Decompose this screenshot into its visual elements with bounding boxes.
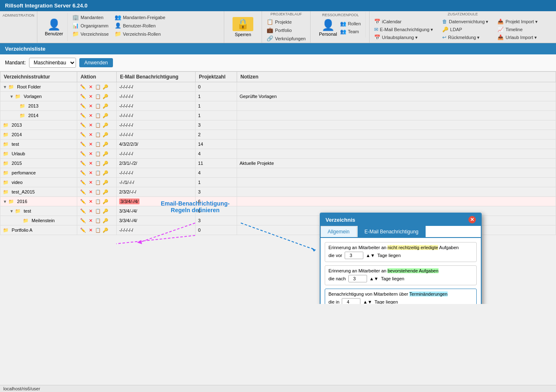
key-icon[interactable]: 🔑 xyxy=(102,189,109,195)
edit-icon[interactable]: ✏️ xyxy=(80,93,86,100)
verzeichnisse-item[interactable]: 📁 Verzeichnisse xyxy=(71,30,110,37)
delete-icon[interactable]: ✕ xyxy=(87,169,94,176)
personal-button[interactable]: 👤 Personal xyxy=(319,19,337,37)
copy-icon[interactable]: 📋 xyxy=(95,169,101,176)
edit-icon[interactable]: ✏️ xyxy=(80,131,86,138)
key-icon[interactable]: 🔑 xyxy=(102,169,109,176)
copy-icon[interactable]: 📋 xyxy=(95,93,101,100)
edit-icon[interactable]: ✏️ xyxy=(80,83,86,90)
mandant-select[interactable]: Maschinenbau xyxy=(29,58,76,68)
mandanten-item[interactable]: 🏢 Mandanten xyxy=(71,14,110,21)
key-icon[interactable]: 🔑 xyxy=(102,227,109,233)
copy-icon[interactable]: 📋 xyxy=(95,227,101,233)
edit-icon[interactable]: ✏️ xyxy=(80,198,86,205)
copy-icon[interactable]: 📋 xyxy=(95,198,101,205)
group1-days-input[interactable] xyxy=(345,252,363,259)
key-icon[interactable]: 🔑 xyxy=(102,103,109,109)
delete-icon[interactable]: ✕ xyxy=(87,160,94,167)
delete-icon[interactable]: ✕ xyxy=(87,227,94,233)
edit-icon[interactable]: ✏️ xyxy=(80,217,86,224)
delete-icon[interactable]: ✕ xyxy=(87,198,94,205)
key-icon[interactable]: 🔑 xyxy=(102,208,109,214)
apply-button[interactable]: Anwenden xyxy=(79,58,113,67)
mandanten-freigabe-item[interactable]: 👥 Mandanten-Freigabe xyxy=(113,14,167,21)
edit-icon[interactable]: ✏️ xyxy=(80,179,86,186)
delete-icon[interactable]: ✕ xyxy=(87,150,94,157)
benutzer-button[interactable]: 👤 Benutzer xyxy=(41,13,68,41)
key-icon[interactable]: 🔑 xyxy=(102,83,109,90)
projekt-import-item[interactable]: 📥 Projekt Import ▾ xyxy=(496,18,539,25)
copy-icon[interactable]: 📋 xyxy=(95,179,101,186)
copy-icon[interactable]: 📋 xyxy=(95,83,101,90)
dialog-close-button[interactable]: ✕ xyxy=(468,216,476,223)
group3-days-input[interactable] xyxy=(342,298,360,304)
ldap-item[interactable]: 🔑 LDAP xyxy=(441,26,490,33)
copy-icon[interactable]: 📋 xyxy=(95,112,101,119)
delete-icon[interactable]: ✕ xyxy=(87,141,94,147)
edit-icon[interactable]: ✏️ xyxy=(80,112,86,119)
urlaubsplanung-item[interactable]: 📅 Urlaubsplanung ▾ xyxy=(373,34,434,41)
delete-icon[interactable]: ✕ xyxy=(87,189,94,195)
projekte-item[interactable]: 📋 Projekte xyxy=(265,18,307,25)
edit-icon[interactable]: ✏️ xyxy=(80,189,86,195)
copy-icon[interactable]: 📋 xyxy=(95,131,101,138)
key-icon[interactable]: 🔑 xyxy=(102,122,109,128)
verknupfungen-item[interactable]: 🔗 Verknüpfungen xyxy=(265,35,307,42)
key-icon[interactable]: 🔑 xyxy=(102,112,109,119)
edit-icon[interactable]: ✏️ xyxy=(80,122,86,128)
team-item[interactable]: 👥 Team xyxy=(339,28,362,35)
copy-icon[interactable]: 📋 xyxy=(95,189,101,195)
email-benachrichtigung-item[interactable]: ✉ E-Mail Benachrichtigung ▾ xyxy=(373,26,434,33)
tab-allgemein[interactable]: Allgemein xyxy=(321,226,357,237)
copy-icon[interactable]: 📋 xyxy=(95,208,101,214)
copy-icon[interactable]: 📋 xyxy=(95,103,101,109)
delete-icon[interactable]: ✕ xyxy=(87,217,94,224)
delete-icon[interactable]: ✕ xyxy=(87,103,94,109)
delete-icon[interactable]: ✕ xyxy=(87,83,94,90)
benutzer-rollen-item[interactable]: 👤 Benutzer-Rollen xyxy=(113,22,167,29)
edit-icon[interactable]: ✏️ xyxy=(80,160,86,167)
page-title: Verzeichnisliste xyxy=(0,43,556,54)
delete-icon[interactable]: ✕ xyxy=(87,112,94,119)
key-icon[interactable]: 🔑 xyxy=(102,131,109,138)
delete-icon[interactable]: ✕ xyxy=(87,131,94,138)
copy-icon[interactable]: 📋 xyxy=(95,141,101,147)
delete-icon[interactable]: ✕ xyxy=(87,93,94,100)
icalendar-item[interactable]: 📅 iCalendar xyxy=(373,18,434,25)
key-icon[interactable]: 🔑 xyxy=(102,179,109,186)
urlaub-import-item[interactable]: 📥 Urlaub Import ▾ xyxy=(496,34,539,41)
table-row: 📁 Urlaub ✏️ ✕ 📋 🔑 -/-/-/-/-/ 4 xyxy=(0,149,556,159)
organigramm-item[interactable]: 📊 Organigramm xyxy=(71,22,110,29)
timeline-item[interactable]: 📈 Timeline xyxy=(496,26,539,33)
key-icon[interactable]: 🔑 xyxy=(102,93,109,100)
copy-icon[interactable]: 📋 xyxy=(95,217,101,224)
edit-icon[interactable]: ✏️ xyxy=(80,227,86,233)
edit-icon[interactable]: ✏️ xyxy=(80,103,86,109)
delete-icon[interactable]: ✕ xyxy=(87,122,94,128)
key-icon[interactable]: 🔑 xyxy=(102,150,109,157)
edit-icon[interactable]: ✏️ xyxy=(80,208,86,214)
sperren-button[interactable]: 🔒 Sperren xyxy=(224,11,262,43)
datenvernichtung-item[interactable]: 🗑 Datenvernichtung ▾ xyxy=(441,18,490,25)
col-header-aktion: Aktion xyxy=(77,72,117,82)
edit-icon[interactable]: ✏️ xyxy=(80,150,86,157)
delete-icon[interactable]: ✕ xyxy=(87,208,94,214)
delete-icon[interactable]: ✕ xyxy=(87,179,94,186)
edit-icon[interactable]: ✏️ xyxy=(80,141,86,147)
ruckmeldung-item[interactable]: ↩ Rückmeldung ▾ xyxy=(441,34,490,41)
tab-email-benachrichtigung[interactable]: E-Mail Benachrichtigung xyxy=(358,226,426,237)
key-icon[interactable]: 🔑 xyxy=(102,217,109,224)
copy-icon[interactable]: 📋 xyxy=(95,150,101,157)
verzeichnis-rollen-item[interactable]: 📁 Verzeichnis-Rollen xyxy=(113,30,167,37)
copy-icon[interactable]: 📋 xyxy=(95,160,101,167)
table-row: ▼ 📁 Vorlagen ✏️ ✕ 📋 🔑 -/-/-/-/-/ 1 Geprü… xyxy=(0,92,556,101)
rollen-item[interactable]: 👥 Rollen xyxy=(339,20,362,27)
key-icon[interactable]: 🔑 xyxy=(102,198,109,205)
edit-icon[interactable]: ✏️ xyxy=(80,169,86,176)
key-icon[interactable]: 🔑 xyxy=(102,141,109,147)
portfolio-item[interactable]: 💼 Portfolio xyxy=(265,27,307,34)
key-icon[interactable]: 🔑 xyxy=(102,160,109,167)
group2-days-input[interactable] xyxy=(348,275,367,282)
table-row: 📁 2013 ✏️ ✕ 📋 🔑 -/-/-/-/-/ 1 xyxy=(0,101,556,111)
copy-icon[interactable]: 📋 xyxy=(95,122,101,128)
